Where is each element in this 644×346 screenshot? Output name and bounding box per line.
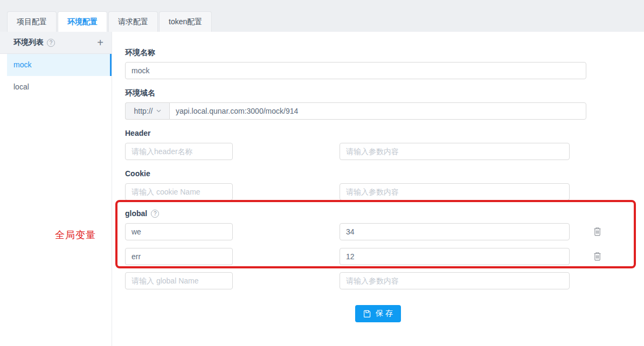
help-icon[interactable]: ? (47, 39, 55, 47)
global-row (125, 223, 631, 240)
global-value-input[interactable] (340, 223, 570, 240)
delete-row-button[interactable] (593, 248, 602, 265)
env-name-label: 环境名称 (125, 47, 631, 58)
help-icon[interactable]: ? (151, 210, 159, 218)
chevron-down-icon (156, 109, 161, 113)
add-env-button[interactable]: + (97, 37, 103, 48)
tab-env-config[interactable]: 环境配置 (58, 11, 107, 32)
cookie-section-label: Cookie (125, 168, 631, 179)
env-domain-group: http:// (125, 102, 586, 120)
global-section-label: global ? (125, 208, 631, 219)
header-section-label: Header (125, 128, 631, 139)
header-name-input[interactable] (125, 143, 233, 160)
env-name-input[interactable] (125, 62, 586, 79)
env-list-title: 环境列表 (13, 38, 44, 47)
tab-bar: 项目配置 环境配置 请求配置 token配置 (0, 0, 644, 32)
header-value-input[interactable] (340, 143, 570, 160)
protocol-select[interactable]: http:// (125, 102, 169, 120)
global-new-value-input[interactable] (340, 272, 570, 289)
tab-project-config[interactable]: 项目配置 (7, 11, 57, 32)
global-value-input[interactable] (340, 248, 570, 265)
header-row (125, 143, 631, 160)
delete-row-button[interactable] (593, 223, 602, 240)
global-new-row (125, 272, 631, 289)
env-list-sidebar: 环境列表 ? + mock local (0, 32, 112, 346)
save-button[interactable]: 保 存 (355, 305, 401, 322)
save-icon (363, 310, 371, 318)
env-domain-label: 环境域名 (125, 87, 631, 99)
cookie-row (125, 183, 631, 200)
global-name-input[interactable] (125, 248, 233, 265)
cookie-value-input[interactable] (340, 183, 570, 200)
env-config-form: 环境名称 环境域名 http:// Header Cookie (112, 32, 644, 346)
trash-icon (593, 227, 602, 237)
tab-token-config[interactable]: token配置 (159, 11, 212, 32)
global-new-name-input[interactable] (125, 272, 233, 289)
env-list-header: 环境列表 ? + (0, 32, 112, 54)
save-row: 保 存 (125, 305, 631, 322)
global-name-input[interactable] (125, 223, 233, 240)
env-domain-input[interactable] (169, 102, 586, 120)
global-row (125, 248, 631, 265)
cookie-name-input[interactable] (125, 183, 233, 200)
trash-icon (593, 252, 602, 261)
env-item-local[interactable]: local (7, 76, 112, 98)
tab-request-config[interactable]: 请求配置 (108, 11, 158, 32)
env-item-mock[interactable]: mock (7, 54, 112, 76)
